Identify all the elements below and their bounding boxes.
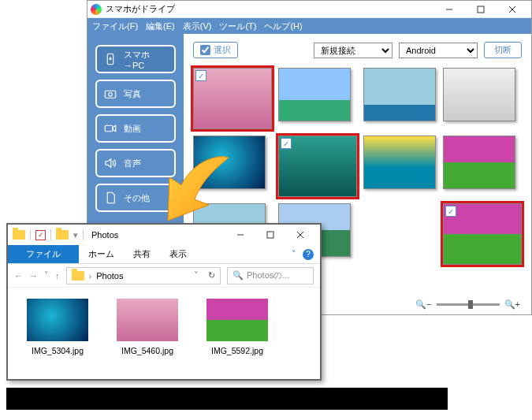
menu-file[interactable]: ファイル(F) <box>92 20 138 32</box>
forward-button[interactable]: → <box>29 271 38 281</box>
nav-label: 写真 <box>124 88 141 100</box>
platform-select[interactable]: Android <box>399 43 478 58</box>
search-icon: 🔍 <box>233 270 244 281</box>
nav-label: その他 <box>124 192 150 204</box>
thumbnail[interactable] <box>278 68 351 121</box>
thumbnail[interactable] <box>363 136 436 189</box>
nav-transfer[interactable]: スマホ→PC <box>95 45 176 73</box>
help-icon[interactable]: ? <box>303 249 314 260</box>
thumbnail[interactable] <box>443 136 515 189</box>
ribbon-tab-view[interactable]: 表示 <box>160 245 196 263</box>
menu-edit[interactable]: 編集(E) <box>146 20 175 32</box>
check-icon: ✓ <box>35 230 46 240</box>
phone-download-icon <box>103 52 117 66</box>
video-icon <box>103 121 117 136</box>
folder-icon <box>72 271 84 281</box>
file-thumbnail <box>206 299 268 341</box>
file-item[interactable]: IMG_5460.jpg <box>112 299 183 355</box>
file-list: IMG_5304.jpg IMG_5460.jpg IMG_5592.jpg <box>8 288 320 366</box>
ribbon: ファイル ホーム 共有 表示 ˅? <box>8 245 320 264</box>
check-icon: ✓ <box>445 206 456 217</box>
menu-view[interactable]: 表示(V) <box>183 20 212 32</box>
document-icon <box>103 191 117 205</box>
minimize-button[interactable] <box>225 225 255 245</box>
ribbon-tab-home[interactable]: ホーム <box>79 245 124 263</box>
check-icon: ✓ <box>195 70 206 81</box>
select-label: 選択 <box>214 44 231 56</box>
search-placeholder: Photosの... <box>247 269 289 281</box>
thumbnail[interactable] <box>443 68 515 121</box>
menu-tool[interactable]: ツール(T) <box>219 20 256 32</box>
svg-rect-1 <box>478 6 484 13</box>
close-button[interactable] <box>497 1 528 18</box>
chevron-down-icon[interactable]: ˅ <box>44 270 49 281</box>
menu-help[interactable]: ヘルプ(H) <box>264 20 302 32</box>
select-all-checkbox[interactable]: 選択 <box>193 42 238 58</box>
close-button[interactable] <box>285 225 315 245</box>
nav-label: 動画 <box>124 123 141 135</box>
minimize-button[interactable] <box>433 1 465 18</box>
app-icon <box>91 4 102 15</box>
connection-select[interactable]: 新規接続 <box>314 43 392 58</box>
footer-bar <box>6 388 448 410</box>
file-item[interactable]: IMG_5592.jpg <box>202 299 273 355</box>
thumbnail[interactable]: ✓ <box>278 136 357 197</box>
thumbnail[interactable]: ✓ <box>193 68 272 129</box>
up-button[interactable]: ↑ <box>55 271 60 281</box>
chevron-down-icon[interactable]: ˅ <box>194 270 199 281</box>
nav-photo[interactable]: 写真 <box>95 80 176 108</box>
toolbar: 選択 新規接続 Android 切断 <box>193 42 522 58</box>
maximize-button[interactable] <box>255 225 285 245</box>
explorer-title: Photos <box>91 230 221 240</box>
path-field[interactable]: › Photos ˅ ↻ <box>66 267 221 284</box>
file-thumbnail <box>117 299 178 341</box>
nav-label: 音声 <box>124 158 141 169</box>
zoom-slider[interactable]: 🔍− 🔍+ <box>415 299 520 310</box>
thumbnail[interactable] <box>363 68 436 121</box>
maximize-button[interactable] <box>465 1 497 18</box>
file-thumbnail <box>27 299 88 341</box>
nav-label: スマホ→PC <box>124 49 168 70</box>
ribbon-tab-share[interactable]: 共有 <box>124 245 160 263</box>
refresh-button[interactable]: ↻ <box>208 270 215 281</box>
menubar: ファイル(F) 編集(E) 表示(V) ツール(T) ヘルプ(H) <box>87 18 531 34</box>
file-name: IMG_5304.jpg <box>32 346 84 355</box>
thumbnail[interactable] <box>193 136 266 189</box>
svg-point-6 <box>109 93 113 97</box>
file-name: IMG_5460.jpg <box>121 346 173 355</box>
app-title: スマホがドライブ <box>106 3 433 15</box>
nav-video[interactable]: 動画 <box>95 114 176 143</box>
nav-other[interactable]: その他 <box>95 184 176 212</box>
search-input[interactable]: 🔍 Photosの... <box>227 267 314 284</box>
thumbnail[interactable]: ✓ <box>443 203 522 265</box>
file-name: IMG_5592.jpg <box>211 346 263 355</box>
zoom-in-icon[interactable]: 🔍+ <box>504 299 520 310</box>
disconnect-button[interactable]: 切断 <box>484 42 522 58</box>
titlebar: スマホがドライブ <box>87 1 531 18</box>
explorer-window: ✓ ▾ Photos ファイル ホーム 共有 表示 ˅? ← → ˅ ↑ › P… <box>6 223 322 381</box>
path-text: Photos <box>96 271 123 281</box>
zoom-out-icon[interactable]: 🔍− <box>415 299 431 310</box>
folder-icon <box>56 230 69 240</box>
chevron-down-icon[interactable]: ˅ <box>292 249 296 259</box>
explorer-titlebar: ✓ ▾ Photos <box>8 225 320 245</box>
svg-rect-9 <box>267 232 273 238</box>
address-bar: ← → ˅ ↑ › Photos ˅ ↻ 🔍 Photosの... <box>8 264 320 288</box>
ribbon-tab-file[interactable]: ファイル <box>8 245 79 263</box>
file-item[interactable]: IMG_5304.jpg <box>22 299 93 355</box>
svg-rect-7 <box>105 125 113 132</box>
nav-audio[interactable]: 音声 <box>95 149 176 177</box>
svg-rect-5 <box>105 91 116 98</box>
check-icon: ✓ <box>281 138 292 149</box>
folder-icon <box>13 230 25 240</box>
back-button[interactable]: ← <box>14 271 23 281</box>
speaker-icon <box>103 156 117 170</box>
camera-icon <box>103 87 117 101</box>
